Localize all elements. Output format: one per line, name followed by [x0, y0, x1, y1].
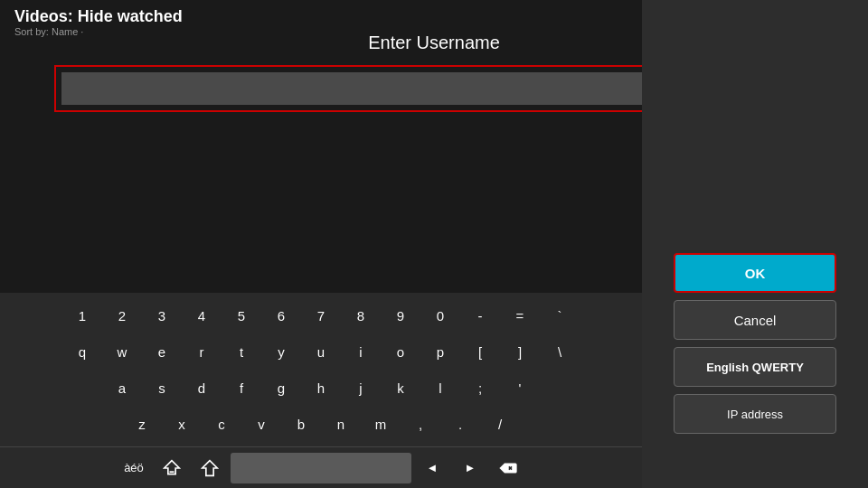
key-z[interactable]: z — [122, 407, 162, 441]
key-close-bracket[interactable]: ] — [500, 334, 540, 369]
key-y[interactable]: y — [261, 334, 301, 369]
key-0[interactable]: 0 — [420, 298, 460, 333]
cancel-button[interactable]: Cancel — [674, 300, 836, 340]
key-w[interactable]: w — [102, 334, 142, 369]
key-slash[interactable]: / — [480, 407, 520, 441]
key-q[interactable]: q — [62, 334, 102, 369]
key-row-zxcv: z x c v b n m , . / — [0, 407, 642, 441]
key-d[interactable]: d — [182, 371, 222, 405]
keyboard-rows: 1 2 3 4 5 6 7 8 9 0 - = ` q w e r t y u … — [0, 293, 642, 446]
key-i[interactable]: i — [341, 334, 381, 369]
key-v[interactable]: v — [241, 407, 281, 441]
key-r[interactable]: r — [182, 334, 222, 369]
bottom-toolbar: àéö ◄ ► — [0, 446, 642, 488]
spacebar[interactable] — [231, 453, 411, 483]
key-row-numbers: 1 2 3 4 5 6 7 8 9 0 - = ` — [0, 298, 642, 333]
key-5[interactable]: 5 — [222, 298, 261, 333]
key-open-bracket[interactable]: [ — [460, 334, 500, 369]
key-l[interactable]: l — [420, 371, 460, 405]
key-4[interactable]: 4 — [182, 298, 222, 333]
caps-lock-button[interactable] — [193, 453, 227, 483]
key-row-qwerty: q w e r t y u i o p [ ] \ — [0, 334, 642, 369]
key-e[interactable]: e — [142, 334, 182, 369]
key-h[interactable]: h — [301, 371, 341, 405]
key-minus[interactable]: - — [460, 298, 500, 333]
key-g[interactable]: g — [261, 371, 301, 405]
key-j[interactable]: j — [341, 371, 381, 405]
key-m[interactable]: m — [361, 407, 401, 441]
ok-button[interactable]: OK — [674, 253, 836, 293]
key-1[interactable]: 1 — [62, 298, 102, 333]
cursor-left-button[interactable]: ◄ — [415, 453, 449, 483]
key-x[interactable]: x — [162, 407, 202, 441]
key-a[interactable]: a — [102, 371, 142, 405]
key-period[interactable]: . — [440, 407, 480, 441]
key-backslash[interactable]: \ — [540, 334, 580, 369]
right-panel: OK Cancel English QWERTY IP address — [642, 0, 868, 488]
key-backtick[interactable]: ` — [540, 298, 580, 333]
key-2[interactable]: 2 — [102, 298, 142, 333]
key-n[interactable]: n — [321, 407, 361, 441]
key-u[interactable]: u — [301, 334, 341, 369]
key-equals[interactable]: = — [500, 298, 540, 333]
keyboard-layout-button[interactable]: English QWERTY — [674, 347, 836, 387]
key-p[interactable]: p — [420, 334, 460, 369]
key-row-asdf: a s d f g h j k l ; ' — [0, 371, 642, 405]
app-title: Videos: Hide watched — [14, 7, 183, 26]
backspace-button[interactable] — [491, 453, 525, 483]
ip-address-button[interactable]: IP address — [674, 394, 836, 434]
key-quote[interactable]: ' — [500, 371, 540, 405]
cursor-right-button[interactable]: ► — [453, 453, 487, 483]
key-c[interactable]: c — [202, 407, 241, 441]
key-comma[interactable]: , — [401, 407, 440, 441]
key-8[interactable]: 8 — [341, 298, 381, 333]
key-9[interactable]: 9 — [381, 298, 420, 333]
key-k[interactable]: k — [381, 371, 420, 405]
key-3[interactable]: 3 — [142, 298, 182, 333]
key-6[interactable]: 6 — [261, 298, 301, 333]
key-f[interactable]: f — [222, 371, 261, 405]
key-t[interactable]: t — [222, 334, 261, 369]
shift-lock-button[interactable] — [155, 453, 189, 483]
special-chars-button[interactable]: àéö — [117, 453, 151, 483]
key-b[interactable]: b — [281, 407, 321, 441]
key-s[interactable]: s — [142, 371, 182, 405]
svg-rect-0 — [170, 471, 175, 473]
key-7[interactable]: 7 — [301, 298, 341, 333]
key-o[interactable]: o — [381, 334, 420, 369]
key-semicolon[interactable]: ; — [460, 371, 500, 405]
